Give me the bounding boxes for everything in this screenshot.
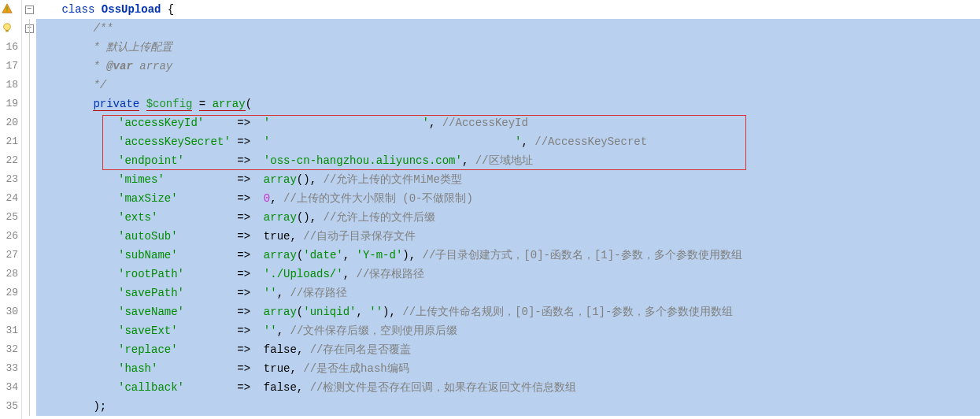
code-line[interactable]: 'hash' => true, //是否生成hash编码 [36,359,980,378]
code-line[interactable]: private $config = array( [36,95,980,113]
gutter-line [0,0,18,19]
code-line[interactable]: 'endpoint' => 'oss-cn-hangzhou.aliyuncs.… [36,151,980,170]
function-call: array [264,249,297,261]
array-key: 'hash' [118,362,157,375]
comment: //保存路径 [283,287,347,299]
gutter-line: 18 [0,76,18,95]
array-key: 'exts' [118,211,157,224]
comment: //允许上传的文件MiMe类型 [316,173,462,186]
comment: //保存根路径 [349,268,424,280]
code-line[interactable]: /** [36,19,980,38]
code-line[interactable]: ); [36,397,980,416]
code-line[interactable]: 'mimes' => array(), //允许上传的文件MiMe类型 [36,170,980,189]
string-literal: '' [264,287,277,299]
gutter-line: 24 [0,189,18,208]
fold-toggle[interactable]: − [25,6,34,14]
comment: //检测文件是否存在回调，如果存在返回文件信息数组 [303,381,576,394]
class-name: OssUpload [102,3,161,16]
svg-rect-0 [6,6,7,9]
comment: //是否生成hash编码 [297,362,409,375]
array-key: 'endpoint' [118,154,184,167]
warning-icon [2,3,13,14]
code-line[interactable]: 'saveExt' => '', //文件保存后缀，空则使用原后缀 [36,321,980,340]
code-line[interactable]: 'accessKeyId' => ' ', //AccessKeyId [36,113,980,132]
gutter-line: 20 [0,113,18,132]
svg-point-2 [4,24,11,31]
code-line[interactable]: class OssUpload { [36,0,980,19]
bool-literal: true [264,230,290,243]
gutter-line: 30 [0,302,18,321]
array-key: 'maxSize' [118,192,178,205]
code-line[interactable]: 'savePath' => '', //保存路径 [36,284,980,302]
doc-comment: /** [93,22,113,35]
code-line[interactable]: 'rootPath' => './Uploads/', //保存根路径 [36,265,980,284]
gutter-line: 27 [0,246,18,265]
gutter-line: 31 [0,321,18,340]
string-literal: 'oss-cn-hangzhou.aliyuncs.com' [264,154,462,167]
gutter-line: 28 [0,265,18,284]
function-call: array [264,306,297,318]
string-literal: ' ' [264,135,522,148]
code-area[interactable]: class OssUpload { /** * 默认上传配置 * @var ar… [36,0,980,419]
string-literal: ' ' [264,117,429,129]
array-key: 'savePath' [118,287,184,299]
code-line[interactable]: */ [36,76,980,95]
array-key: 'saveName' [118,306,184,318]
comment: //自动子目录保存文件 [297,230,416,243]
code-line[interactable]: 'accessKeySecret' => ' ', //AccessKeySec… [36,132,980,151]
code-line[interactable]: 'replace' => false, //存在同名是否覆盖 [36,340,980,359]
array-key: 'subName' [118,249,178,261]
code-line[interactable]: * 默认上传配置 [36,38,980,57]
comment: //上传文件命名规则，[0]-函数名，[1]-参数，多个参数使用数组 [396,306,733,318]
array-key: 'accessKeySecret' [118,135,231,148]
gutter: 16 17 18 19 20 21 22 23 24 25 26 27 28 2… [0,0,22,419]
variable: $config [146,98,193,111]
code-line[interactable]: 'autoSub' => true, //自动子目录保存文件 [36,227,980,246]
number-literal: 0 [264,192,270,205]
bool-literal: false [264,343,297,356]
gutter-line: 19 [0,95,18,113]
gutter-line: 32 [0,340,18,359]
function-call: array [264,211,297,224]
fold-column: − − [22,0,36,419]
bulb-icon [2,22,13,33]
comment: //子目录创建方式，[0]-函数名，[1]-参数，多个参数使用数组 [416,249,741,261]
gutter-line: 17 [0,57,18,76]
comment: //文件保存后缀，空则使用原后缀 [283,324,457,337]
array-key: 'accessKeyId' [118,117,204,129]
array-key: 'rootPath' [118,268,184,280]
comment: //存在同名是否覆盖 [303,343,411,356]
array-key: 'autoSub' [118,230,178,243]
code-editor: 16 17 18 19 20 21 22 23 24 25 26 27 28 2… [0,0,980,419]
code-line[interactable]: 'callback' => false, //检测文件是否存在回调，如果存在返回… [36,378,980,397]
code-line[interactable]: 'exts' => array(), //允许上传的文件后缀 [36,208,980,227]
array-key: 'mimes' [118,173,165,186]
comment: //上传的文件大小限制 (0-不做限制) [277,192,473,205]
gutter-line: 29 [0,284,18,302]
array-key: 'saveExt' [118,324,178,337]
keyword: private [93,98,139,111]
gutter-line [0,19,18,38]
bool-literal: false [264,381,297,394]
gutter-line: 16 [0,38,18,57]
comment: //区域地址 [468,154,532,167]
string-literal: './Uploads/' [264,268,343,280]
array-key: 'callback' [118,381,184,394]
gutter-line: 35 [0,397,18,416]
code-line[interactable]: 'maxSize' => 0, //上传的文件大小限制 (0-不做限制) [36,189,980,208]
comment: //允许上传的文件后缀 [316,211,435,224]
code-line[interactable]: * @var array [36,57,980,76]
code-line[interactable]: 'subName' => array('date', 'Y-m-d'), //子… [36,246,980,265]
keyword: class [61,3,94,16]
svg-rect-3 [6,31,9,32]
gutter-line: 22 [0,151,18,170]
array-key: 'replace' [118,343,178,356]
code-line[interactable]: 'saveName' => array('uniqid', ''), //上传文… [36,302,980,321]
gutter-line: 25 [0,208,18,227]
gutter-line: 33 [0,359,18,378]
comment: //AccessKeySecret [528,135,647,148]
comment: //AccessKeyId [435,117,528,129]
string-literal: '' [264,324,277,337]
bool-literal: true [264,362,290,375]
gutter-line: 26 [0,227,18,246]
